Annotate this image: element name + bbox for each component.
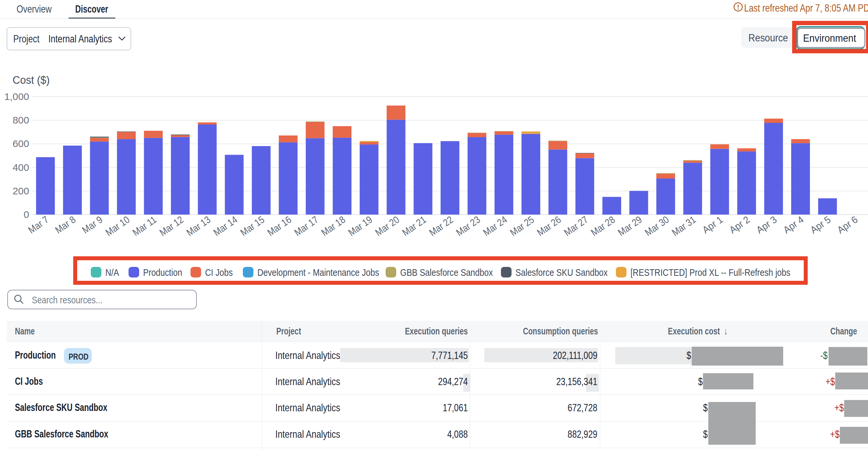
svg-text:Mar 26: Mar 26 bbox=[535, 214, 563, 238]
svg-text:Apr 3: Apr 3 bbox=[754, 214, 779, 235]
svg-text:Mar 21: Mar 21 bbox=[400, 214, 428, 238]
svg-text:Apr 5: Apr 5 bbox=[808, 214, 833, 235]
svg-text:Mar 19: Mar 19 bbox=[346, 214, 374, 238]
svg-text:Mar 17: Mar 17 bbox=[292, 214, 320, 238]
svg-text:Mar 29: Mar 29 bbox=[616, 214, 644, 238]
svg-text:Mar 11: Mar 11 bbox=[130, 214, 158, 238]
svg-text:Mar 18: Mar 18 bbox=[319, 214, 347, 238]
svg-text:0: 0 bbox=[24, 209, 29, 220]
svg-text:Mar 30: Mar 30 bbox=[643, 214, 671, 238]
svg-text:Apr 4: Apr 4 bbox=[781, 214, 806, 235]
svg-text:Mar 9: Mar 9 bbox=[80, 214, 105, 235]
svg-text:Mar 28: Mar 28 bbox=[589, 214, 617, 238]
svg-text:Mar 22: Mar 22 bbox=[427, 214, 455, 238]
svg-text:Mar 14: Mar 14 bbox=[211, 214, 239, 238]
svg-text:600: 600 bbox=[12, 138, 29, 149]
svg-text:Apr 1: Apr 1 bbox=[700, 214, 725, 235]
svg-text:Mar 12: Mar 12 bbox=[157, 214, 185, 238]
svg-text:200: 200 bbox=[12, 186, 29, 196]
svg-text:Cost ($): Cost ($) bbox=[12, 73, 50, 86]
svg-text:Mar 23: Mar 23 bbox=[454, 214, 482, 238]
svg-text:800: 800 bbox=[12, 115, 29, 126]
svg-text:Mar 31: Mar 31 bbox=[670, 214, 698, 238]
svg-text:Apr 6: Apr 6 bbox=[835, 214, 860, 235]
svg-text:Mar 27: Mar 27 bbox=[562, 214, 590, 238]
svg-text:Mar 13: Mar 13 bbox=[185, 214, 212, 238]
svg-text:1,000: 1,000 bbox=[4, 91, 29, 102]
svg-text:400: 400 bbox=[12, 162, 29, 173]
svg-text:Mar 24: Mar 24 bbox=[481, 214, 509, 238]
svg-text:Mar 20: Mar 20 bbox=[373, 214, 401, 238]
svg-text:Mar 15: Mar 15 bbox=[238, 214, 266, 238]
svg-text:Mar 25: Mar 25 bbox=[508, 214, 536, 238]
svg-text:Mar 7: Mar 7 bbox=[26, 214, 51, 235]
svg-text:Mar 8: Mar 8 bbox=[53, 214, 78, 235]
svg-text:Mar 10: Mar 10 bbox=[103, 214, 131, 238]
svg-text:Mar 16: Mar 16 bbox=[266, 214, 293, 238]
svg-text:Apr 2: Apr 2 bbox=[727, 214, 752, 235]
